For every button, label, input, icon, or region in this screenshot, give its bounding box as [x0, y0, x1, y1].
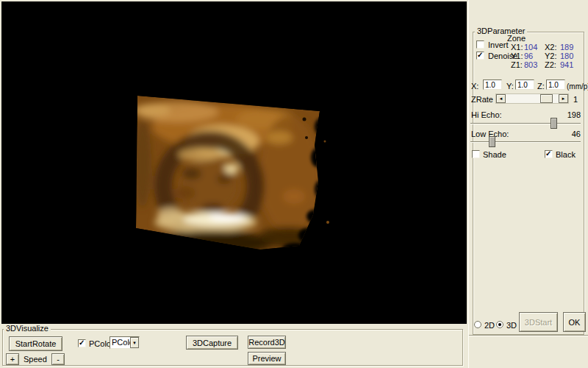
ok-button[interactable]: OK	[563, 312, 586, 332]
start3d-button: 3DStart	[519, 312, 558, 332]
mode-3d-radio[interactable]	[496, 321, 503, 328]
record-button[interactable]: Record3D	[248, 336, 286, 349]
scale-z-input[interactable]	[546, 79, 565, 90]
app-window: { "viewport": { "description": "3D ultra…	[0, 0, 588, 368]
scale-x-label: X:	[471, 82, 478, 91]
pcolor-dropdown-value: PColor	[110, 337, 130, 348]
scale-y-label: Y:	[506, 82, 514, 91]
zone-y1-label: Y1:	[511, 52, 523, 60]
zone-y2-value: 180	[560, 52, 573, 60]
denoise-checkbox[interactable]	[476, 52, 484, 60]
scale-z-label: Z:	[537, 82, 545, 91]
mode-2d-label: 2D	[484, 322, 495, 330]
mode-3d-label: 3D	[506, 322, 517, 330]
scale-unit-label: (mm/p)	[567, 82, 588, 91]
parameter-panel: 3DParameter Invert Denoise Zone X1: 104 …	[468, 0, 588, 368]
zone-y2-label: Y2:	[545, 52, 557, 60]
zone-y1-value: 96	[524, 52, 533, 60]
zone-x2-label: X2:	[545, 43, 557, 52]
visualize-panel: 3DVisualize StartRotate + Speed - PColor…	[0, 324, 468, 368]
chevron-down-icon[interactable]: ▼	[130, 337, 139, 348]
black-label: Black	[556, 151, 576, 159]
parameter-groupbox	[473, 32, 584, 335]
ultrasound-render	[1, 1, 467, 324]
scale-y-input[interactable]	[515, 79, 534, 90]
invert-checkbox[interactable]	[476, 40, 484, 49]
mode-2d-radio[interactable]	[474, 321, 481, 328]
speed-minus-button[interactable]: -	[51, 353, 65, 365]
shade-checkbox[interactable]	[472, 150, 480, 158]
zone-z2-value: 941	[560, 61, 573, 69]
scale-x-input[interactable]	[483, 79, 502, 90]
visualize-group-title: 3DVisualize	[4, 325, 51, 333]
zone-x1-value: 104	[524, 43, 537, 52]
low-echo-thumb[interactable]	[489, 136, 495, 147]
zone-x1-label: X1:	[511, 43, 523, 52]
hi-echo-track[interactable]	[470, 123, 581, 124]
render-viewport[interactable]	[1, 1, 467, 324]
zrate-right-arrow-icon[interactable]: ►	[559, 94, 568, 103]
panel-separator	[469, 335, 588, 336]
invert-label: Invert	[488, 41, 509, 49]
preview-button[interactable]: Preview	[248, 352, 286, 365]
zone-label: Zone	[507, 35, 526, 43]
pcolor-checkbox[interactable]	[78, 339, 86, 347]
zone-z1-label: Z1:	[511, 61, 523, 69]
zrate-label: ZRate	[471, 96, 493, 104]
hi-echo-thumb[interactable]	[551, 118, 557, 129]
shade-label: Shade	[483, 151, 506, 159]
pcolor-dropdown[interactable]: PColor ▼	[110, 336, 140, 349]
capture-button[interactable]: 3DCapture	[186, 336, 238, 350]
low-echo-slider[interactable]	[470, 136, 581, 148]
zrate-scrollbar[interactable]: ◄ ►	[495, 93, 569, 104]
zone-z1-value: 803	[524, 61, 537, 69]
zrate-left-arrow-icon[interactable]: ◄	[496, 94, 506, 103]
zone-x2-value: 189	[560, 43, 573, 52]
black-checkbox[interactable]	[545, 150, 553, 158]
zrate-track[interactable]	[506, 94, 559, 103]
zrate-value: 1	[573, 96, 578, 104]
low-echo-track[interactable]	[470, 141, 581, 143]
zrate-thumb[interactable]	[540, 94, 553, 103]
speed-plus-button[interactable]: +	[6, 353, 19, 365]
speed-label: Speed	[24, 355, 47, 364]
hi-echo-slider[interactable]	[470, 118, 581, 130]
start-rotate-button[interactable]: StartRotate	[9, 336, 62, 351]
zone-z2-label: Z2:	[545, 61, 556, 69]
